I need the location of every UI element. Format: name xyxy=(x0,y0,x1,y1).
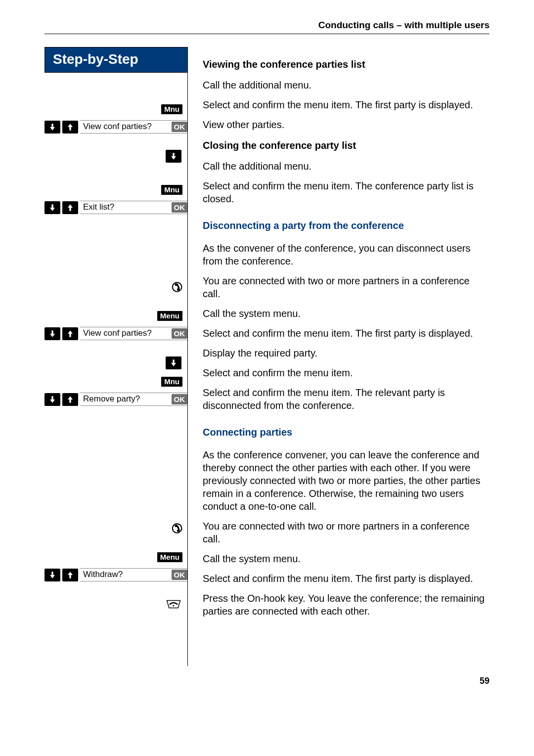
arrow-up-icon[interactable] xyxy=(62,569,78,581)
arrow-up-icon[interactable] xyxy=(62,393,78,406)
ok-key[interactable]: OK xyxy=(172,570,188,580)
step-by-step-header: Step-by-Step xyxy=(44,47,188,73)
display-text: View conf parties? xyxy=(83,122,152,132)
text-call-system-menu: Call the system menu. xyxy=(203,307,490,320)
text-connected-two-or-more: You are connected with two or more partn… xyxy=(203,274,490,300)
heading-closing-list: Closing the conference party list xyxy=(203,139,490,152)
header-rule xyxy=(44,34,490,34)
text-press-on-hook: Press the On-hook key. You leave the con… xyxy=(203,592,490,618)
text-select-confirm-closed: Select and confirm the menu item. The co… xyxy=(203,179,490,205)
text-select-confirm-first-3: Select and confirm the menu item. The fi… xyxy=(203,572,490,585)
heading-connecting: Connecting parties xyxy=(203,426,490,439)
heading-disconnecting: Disconnecting a party from the conferenc… xyxy=(203,219,490,232)
heading-viewing-list: Viewing the conference parties list xyxy=(203,58,490,71)
text-disconnect-intro: As the convener of the conference, you c… xyxy=(203,242,490,267)
arrow-down-icon[interactable] xyxy=(44,201,60,214)
arrow-down-icon[interactable] xyxy=(44,393,60,406)
text-call-additional-menu-2: Call the additional menu. xyxy=(203,160,490,173)
text-call-system-menu-2: Call the system menu. xyxy=(203,552,490,565)
on-hook-key-icon[interactable] xyxy=(165,598,182,613)
arrow-down-icon[interactable] xyxy=(44,327,60,340)
display-text: View conf parties? xyxy=(83,328,152,338)
menu-key[interactable]: Menu xyxy=(157,552,182,562)
arrow-down-icon[interactable] xyxy=(44,121,60,133)
page-number: 59 xyxy=(44,676,490,686)
text-view-other: View other parties. xyxy=(203,118,490,131)
arrow-up-icon[interactable] xyxy=(62,327,78,340)
text-call-additional-menu: Call the additional menu. xyxy=(203,79,490,91)
mnu-key[interactable]: Mnu xyxy=(161,185,182,195)
text-select-confirm-item: Select and confirm the menu item. xyxy=(203,366,490,379)
arrow-down-icon[interactable] xyxy=(44,569,60,581)
text-select-confirm-remove: Select and confirm the menu item. The re… xyxy=(203,386,490,412)
text-display-required: Display the required party. xyxy=(203,347,490,359)
menu-key[interactable]: Menu xyxy=(157,311,182,321)
display-text: Remove party? xyxy=(83,394,140,404)
ok-key[interactable]: OK xyxy=(172,394,188,404)
display-text: Exit list? xyxy=(83,202,114,212)
ok-key[interactable]: OK xyxy=(172,202,188,213)
mnu-key[interactable]: Mnu xyxy=(161,104,182,114)
arrow-down-icon[interactable] xyxy=(166,150,181,163)
arrow-up-icon[interactable] xyxy=(62,201,78,214)
text-select-confirm-first: Select and confirm the menu item. The fi… xyxy=(203,98,490,111)
text-connected-two-or-more-2: You are connected with two or more partn… xyxy=(203,520,490,545)
mnu-key[interactable]: Mnu xyxy=(161,377,182,387)
arrow-up-icon[interactable] xyxy=(62,121,78,133)
ok-key[interactable]: OK xyxy=(172,328,188,339)
display-text: Withdraw? xyxy=(83,570,123,579)
page-header: Conducting calls – with multiple users xyxy=(44,20,490,34)
text-select-confirm-first-2: Select and confirm the menu item. The fi… xyxy=(203,327,490,340)
arrow-down-icon[interactable] xyxy=(166,356,181,369)
ok-key[interactable]: OK xyxy=(172,122,188,132)
text-connecting-intro: As the conference convener, you can leav… xyxy=(203,448,490,513)
phone-handset-icon: ✆ xyxy=(172,522,182,535)
phone-handset-icon: ✆ xyxy=(172,281,182,294)
svg-point-0 xyxy=(173,605,175,607)
